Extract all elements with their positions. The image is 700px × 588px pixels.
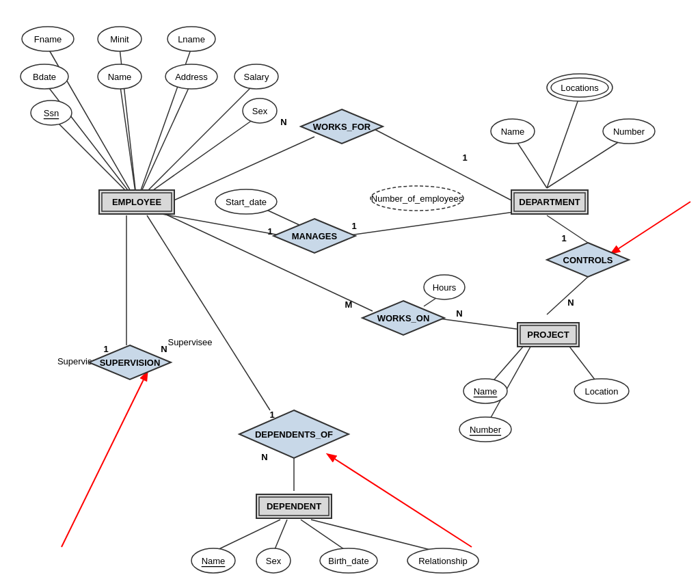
svg-line-21: [434, 318, 521, 330]
svg-text:N: N: [261, 452, 267, 462]
attr-hours-label: Hours: [433, 282, 457, 293]
attr-sex-label: Sex: [252, 106, 268, 116]
er-diagram: N 1 1 1 1 N M N 1 N Supervisor Supervise…: [0, 0, 700, 588]
svg-line-32: [311, 520, 441, 552]
entity-dependent-label: DEPENDENT: [267, 501, 321, 511]
svg-text:N: N: [161, 344, 167, 354]
attr-dep-sex-label: Sex: [266, 556, 282, 566]
svg-text:1: 1: [269, 410, 274, 420]
relationship-works-on-label: WORKS_ON: [377, 313, 430, 323]
svg-line-15: [345, 212, 514, 236]
svg-line-29: [212, 520, 280, 552]
svg-line-47: [62, 373, 147, 547]
svg-text:N: N: [456, 308, 462, 319]
svg-text:1: 1: [462, 152, 467, 163]
svg-line-48: [328, 455, 472, 547]
attr-lname-label: Lname: [178, 34, 205, 44]
svg-line-20: [161, 212, 373, 311]
entity-project-label: PROJECT: [527, 330, 569, 340]
svg-line-5: [137, 82, 191, 202]
attr-dept-number-label: Number: [613, 126, 645, 137]
attr-proj-location-label: Location: [584, 386, 618, 397]
svg-line-3: [44, 82, 137, 202]
attr-address-label: Address: [175, 72, 208, 82]
svg-line-8: [137, 115, 260, 202]
relationship-supervision-label: SUPERVISION: [100, 358, 161, 368]
svg-text:1: 1: [267, 226, 272, 237]
attr-salary-label: Salary: [244, 72, 269, 82]
attr-dept-name-label: Name: [501, 126, 525, 137]
svg-line-7: [51, 116, 137, 202]
attr-dep-name-label: Name: [202, 556, 226, 566]
svg-text:M: M: [345, 299, 353, 310]
svg-text:1: 1: [351, 221, 356, 231]
svg-line-30: [273, 520, 287, 552]
svg-text:Supervisee: Supervisee: [167, 337, 212, 347]
attr-relationship-label: Relationship: [418, 556, 468, 566]
attr-locations-label: Locations: [561, 83, 599, 93]
attr-fname-label: Fname: [34, 34, 62, 44]
attr-emp-name-label: Name: [108, 72, 132, 82]
svg-line-14: [150, 212, 284, 236]
svg-line-13: [547, 135, 629, 188]
svg-line-27: [147, 215, 270, 410]
svg-text:1: 1: [103, 344, 108, 354]
svg-text:N: N: [280, 117, 286, 127]
attr-ssn-label: Ssn: [44, 108, 59, 118]
attr-proj-name-label: Name: [474, 386, 498, 397]
svg-text:1: 1: [561, 233, 566, 243]
entity-employee-label: EMPLOYEE: [112, 197, 162, 207]
relationship-controls-label: CONTROLS: [563, 255, 613, 265]
svg-line-31: [301, 520, 349, 552]
svg-line-4: [120, 82, 137, 202]
entity-department-label: DEPARTMENT: [519, 197, 580, 207]
svg-line-19: [547, 277, 588, 315]
attr-num-employees-label: Number_of_employees: [371, 193, 463, 204]
attr-minit-label: Minit: [110, 34, 129, 44]
attr-proj-number-label: Number: [470, 425, 502, 435]
attr-bdate-label: Bdate: [33, 72, 56, 82]
svg-line-18: [547, 215, 588, 243]
svg-line-49: [612, 202, 690, 253]
attr-birth-date-label: Birth_date: [328, 556, 368, 566]
svg-text:N: N: [567, 297, 574, 308]
svg-line-11: [547, 96, 580, 188]
relationship-works-for-label: WORKS_FOR: [313, 122, 371, 132]
relationship-manages-label: MANAGES: [292, 231, 338, 241]
attr-start-date-label: Start_date: [226, 197, 267, 207]
relationship-dependents-of-label: DEPENDENTS_OF: [255, 429, 333, 440]
svg-line-6: [137, 82, 256, 202]
